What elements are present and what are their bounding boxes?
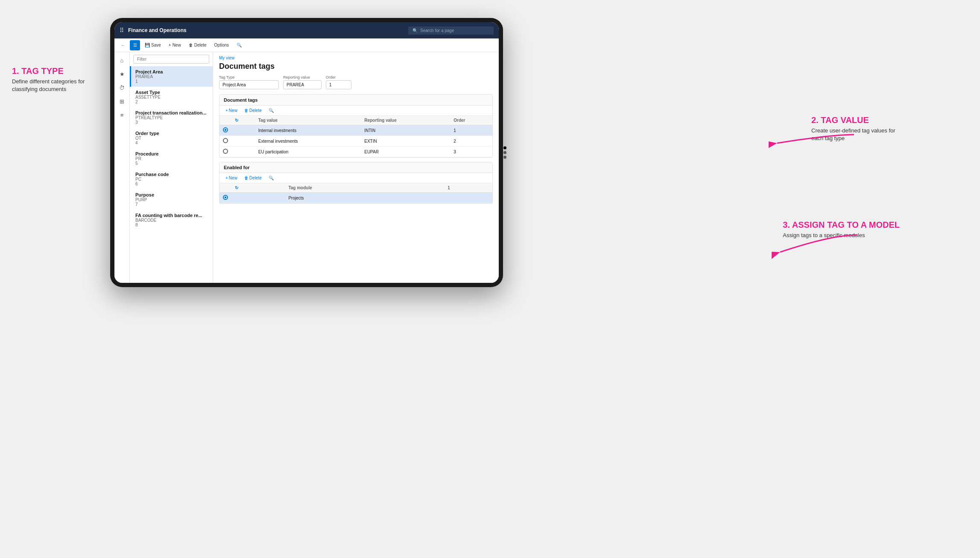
table-row[interactable]: Internal investments INTIN 1 xyxy=(219,125,492,136)
annotation-tag-value: 2. TAG VALUE Create user-defined tag val… xyxy=(811,115,897,142)
plus-icon-2: + xyxy=(225,176,228,180)
document-tags-header: Document tags xyxy=(219,95,492,106)
trash-icon: 🗑 xyxy=(244,108,249,113)
list-view-button[interactable]: ☰ xyxy=(130,40,140,50)
list-item-num: 6 xyxy=(135,182,208,186)
clock-icon[interactable]: ⏱ xyxy=(117,82,128,93)
enabled-for-toolbar: + New 🗑 Delete 🔍 xyxy=(219,173,492,183)
table-row[interactable]: EU participation EUPAR 3 xyxy=(219,147,492,157)
col-reporting-value: Reporting value xyxy=(361,116,450,125)
delete-button[interactable]: 🗑 Delete xyxy=(186,41,210,49)
list-item[interactable]: Purchase code PC 6 xyxy=(130,169,213,189)
star-icon[interactable]: ★ xyxy=(117,68,128,79)
row-tag-value: Internal investments xyxy=(255,125,361,136)
grid-icon[interactable]: ⠿ xyxy=(120,27,124,34)
home-icon[interactable]: ⌂ xyxy=(117,55,128,66)
delete-icon: 🗑 xyxy=(189,43,193,47)
annotation-assign-tag-text: Assign tags to a specific modules xyxy=(783,232,868,239)
reporting-value-group: Reporting value xyxy=(283,75,322,89)
content-area: ⌂ ★ ⏱ ⊞ ≡ Project Area PRAREA 1 Asset Ty… xyxy=(114,52,499,283)
list-item-num: 4 xyxy=(135,141,208,145)
list-item[interactable]: Project Area PRAREA 1 xyxy=(130,66,213,87)
list-item-num: 2 xyxy=(135,100,208,104)
list-item[interactable]: Procedure PR 5 xyxy=(130,148,213,169)
annotation-tag-value-title: 2. TAG VALUE xyxy=(811,115,897,125)
list-item-num: 8 xyxy=(135,223,208,227)
doc-tags-header-row: ↻ Tag value Reporting value Order xyxy=(219,116,492,125)
global-search[interactable]: 🔍 Search for a page xyxy=(408,26,494,35)
list-item[interactable]: FA counting with barcode re... BARCODE 8 xyxy=(130,210,213,230)
list-item-code: PRAREA xyxy=(135,74,208,79)
row-reporting-value: EUPAR xyxy=(361,147,450,157)
list-item-code: BARCODE xyxy=(135,218,208,223)
annotation-tag-type: 1. TAG TYPE Define different categories … xyxy=(12,66,97,93)
list-item-num: 1 xyxy=(135,79,208,84)
table-row[interactable]: External investments EXTIN 2 xyxy=(219,136,492,147)
annotation-tag-value-text: Create user-defined tag values for each … xyxy=(811,127,897,142)
row-reporting-value: EXTIN xyxy=(361,136,450,147)
new-button[interactable]: + New xyxy=(166,41,184,49)
list-panel: Project Area PRAREA 1 Asset Type ASSETTY… xyxy=(130,52,213,283)
enabled-for-body: Projects xyxy=(219,193,492,203)
list-item-code: PC xyxy=(135,177,208,182)
list-item[interactable]: Project transaction realization... PTREA… xyxy=(130,107,213,128)
enabled-header-row: ↻ Tag module 1 xyxy=(219,183,492,193)
row-radio[interactable] xyxy=(219,136,231,147)
row-reporting-value: INTIN xyxy=(361,125,450,136)
sidebar-icons: ⌂ ★ ⏱ ⊞ ≡ xyxy=(114,52,130,283)
annotation-tag-type-text: Define different categories for classify… xyxy=(12,78,97,93)
list-item-name: Asset Type xyxy=(135,90,208,95)
list-item[interactable]: Order type OT 4 xyxy=(130,128,213,148)
back-button[interactable]: ← xyxy=(118,41,128,49)
row-tag-module: Projects xyxy=(285,193,444,203)
list-item-num: 7 xyxy=(135,202,208,207)
doc-tags-new-button[interactable]: + New xyxy=(223,107,240,114)
page-title: Document tags xyxy=(219,62,493,71)
list-item[interactable]: Asset Type ASSETTYPE 2 xyxy=(130,87,213,107)
list-items: Project Area PRAREA 1 Asset Type ASSETTY… xyxy=(130,66,213,283)
doc-tags-delete-button[interactable]: 🗑 Delete xyxy=(242,107,264,114)
save-button[interactable]: 💾 Save xyxy=(142,41,164,49)
row-radio[interactable] xyxy=(219,125,231,136)
scroll-dot-3 xyxy=(503,156,506,159)
tag-type-input[interactable] xyxy=(219,80,279,89)
annotation-assign-tag-title: 3. ASSIGN TAG TO A MODEL xyxy=(783,220,900,230)
enabled-for-table: ↻ Tag module 1 Projects xyxy=(219,183,492,203)
document-tags-section: Document tags + New 🗑 Delete 🔍 xyxy=(219,94,493,158)
list-item-code: OT xyxy=(135,136,208,141)
search-icon: 🔍 xyxy=(412,28,418,33)
enabled-delete-button[interactable]: 🗑 Delete xyxy=(242,175,264,181)
order-input[interactable] xyxy=(326,80,351,89)
row-refresh xyxy=(231,147,255,157)
enabled-search-button[interactable]: 🔍 xyxy=(266,175,276,181)
row-tag-value: External investments xyxy=(255,136,361,147)
row-radio[interactable] xyxy=(219,147,231,157)
row-radio[interactable] xyxy=(219,193,231,203)
list-icon[interactable]: ≡ xyxy=(117,109,128,120)
list-item-name: Project Area xyxy=(135,69,208,74)
doc-tags-search-button[interactable]: 🔍 xyxy=(266,107,276,114)
grid-small-icon[interactable]: ⊞ xyxy=(117,96,128,107)
options-button[interactable]: Options xyxy=(211,41,232,49)
enabled-col-refresh: ↻ xyxy=(231,183,285,193)
tablet-screen: ⠿ Finance and Operations 🔍 Search for a … xyxy=(114,22,499,283)
list-item-name: Project transaction realization... xyxy=(135,110,208,115)
row-col xyxy=(444,193,492,203)
enabled-new-button[interactable]: + New xyxy=(223,175,240,181)
list-item[interactable]: Purpose PURP 7 xyxy=(130,189,213,210)
row-refresh xyxy=(231,136,255,147)
annotation-tag-type-title: 1. TAG TYPE xyxy=(12,66,97,76)
enabled-for-header: Enabled for xyxy=(219,162,492,173)
reporting-value-input[interactable] xyxy=(283,80,322,89)
list-item-name: FA counting with barcode re... xyxy=(135,213,208,218)
annotation-assign-tag: 3. ASSIGN TAG TO A MODEL Assign tags to … xyxy=(783,220,900,239)
table-row[interactable]: Projects xyxy=(219,193,492,203)
enabled-col-radio xyxy=(219,183,231,193)
my-view[interactable]: My view xyxy=(219,56,493,60)
filter-input[interactable] xyxy=(133,55,209,64)
col-order: Order xyxy=(450,116,492,125)
list-item-name: Purchase code xyxy=(135,172,208,177)
detail-panel: My view Document tags Tag Type Reporting… xyxy=(213,52,499,283)
row-refresh xyxy=(231,125,255,136)
search-button-toolbar[interactable]: 🔍 xyxy=(234,41,245,49)
